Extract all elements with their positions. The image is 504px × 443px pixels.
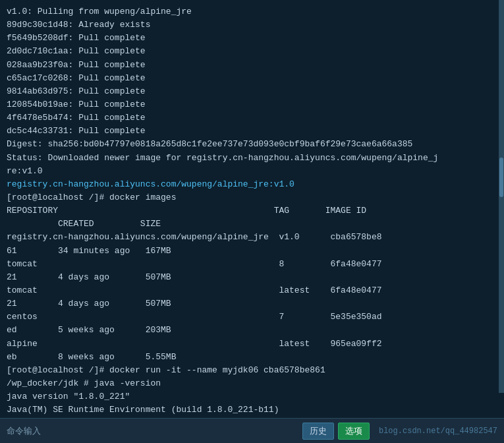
terminal-line: 2d0dc710c1aa: Pull complete bbox=[7, 45, 497, 58]
terminal-line: centos 7 5e35e350ad bbox=[7, 310, 497, 324]
cmd-label: 命令输入 bbox=[7, 425, 41, 437]
terminal-line: 120854b019ae: Pull complete bbox=[7, 98, 497, 111]
terminal-line: ed 5 weeks ago 203MB bbox=[7, 324, 497, 337]
terminal-line: Java HotSpot(TM) 64-Bit Server VM (build… bbox=[7, 417, 497, 418]
terminal-line: [root@localhost /]# docker run -it --nam… bbox=[7, 364, 497, 377]
terminal-line: [root@localhost /]# docker images bbox=[7, 191, 497, 204]
scrollbar-thumb[interactable] bbox=[499, 158, 503, 197]
terminal-line: 61 34 minutes ago 167MB bbox=[7, 245, 497, 258]
watermark-text: blog.csdn.net/qq_44982547 bbox=[379, 427, 497, 436]
terminal-line: CREATED SIZE bbox=[7, 218, 497, 231]
terminal-line: 89d9c30c1d48: Already exists bbox=[7, 18, 497, 32]
bottom-bar: 命令输入 历史 选项 blog.csdn.net/qq_44982547 bbox=[0, 418, 504, 443]
terminal-line: Java(TM) SE Runtime Environment (build 1… bbox=[7, 403, 497, 417]
terminal-line: re:v1.0 bbox=[7, 165, 497, 178]
terminal-output: v1.0: Pulling from wupeng/alpine_jre89d9… bbox=[0, 0, 504, 418]
terminal-line: f5649b5208df: Pull complete bbox=[7, 32, 497, 45]
terminal-line: registry.cn-hangzhou.aliyuncs.com/wupeng… bbox=[7, 178, 497, 191]
terminal-line: registry.cn-hangzhou.aliyuncs.com/wupeng… bbox=[7, 231, 497, 244]
cmd-input[interactable] bbox=[46, 426, 302, 436]
bottom-buttons: 历史 选项 blog.csdn.net/qq_44982547 bbox=[302, 423, 497, 440]
terminal-line: REPOSITORY TAG IMAGE ID bbox=[7, 204, 497, 218]
terminal-line: 028aa9b23f0a: Pull complete bbox=[7, 59, 497, 72]
terminal-line: 9814ab63d975: Pull complete bbox=[7, 85, 497, 98]
terminal-wrapper: v1.0: Pulling from wupeng/alpine_jre89d9… bbox=[0, 0, 504, 418]
terminal-line: tomcat latest 6fa48e0477 bbox=[7, 284, 497, 297]
terminal-line: eb 8 weeks ago 5.55MB bbox=[7, 351, 497, 364]
terminal-line: dc5c44c33731: Pull complete bbox=[7, 125, 497, 138]
terminal-line: alpine latest 965ea09ff2 bbox=[7, 338, 497, 351]
terminal-line: v1.0: Pulling from wupeng/alpine_jre bbox=[7, 5, 497, 18]
terminal-line: c65ac17c0268: Pull complete bbox=[7, 72, 497, 85]
terminal-line: /wp_docker/jdk # java -version bbox=[7, 377, 497, 390]
options-button[interactable]: 选项 bbox=[338, 423, 370, 440]
scrollbar[interactable] bbox=[499, 0, 504, 393]
terminal-line: 4f6478e5b474: Pull complete bbox=[7, 111, 497, 125]
cmd-input-area: 命令输入 bbox=[7, 425, 302, 437]
terminal-line: java version "1.8.0_221" bbox=[7, 390, 497, 403]
terminal-line: 21 4 days ago 507MB bbox=[7, 297, 497, 310]
terminal-line: 21 4 days ago 507MB bbox=[7, 271, 497, 284]
terminal-line: Status: Downloaded newer image for regis… bbox=[7, 152, 497, 165]
terminal-line: tomcat 8 6fa48e0477 bbox=[7, 258, 497, 271]
history-button[interactable]: 历史 bbox=[302, 423, 334, 440]
terminal-line: Digest: sha256:bd0b47797e0818a265d8c1fe2… bbox=[7, 138, 497, 151]
